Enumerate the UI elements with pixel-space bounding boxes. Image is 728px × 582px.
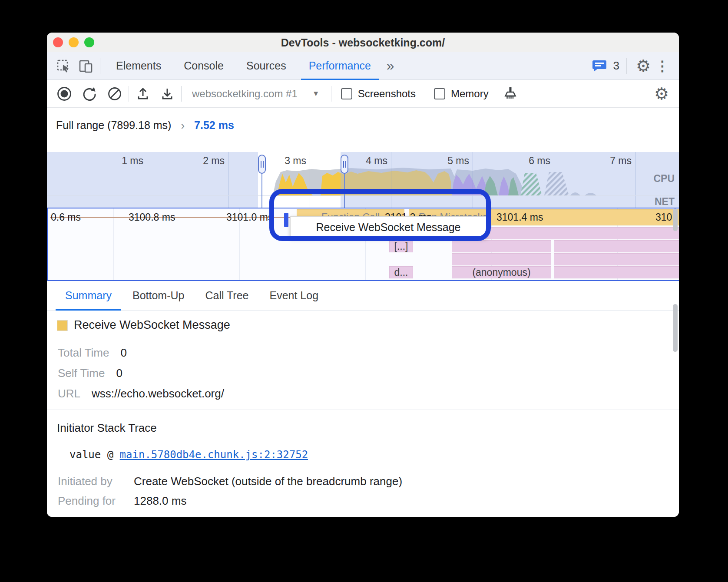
garbage-collect-broom-icon[interactable] (501, 84, 520, 103)
flame-block-truncated[interactable]: d... (389, 266, 413, 278)
summary-row-total-time: Total Time0 (58, 346, 127, 360)
overview-dim-left (47, 152, 258, 208)
titlebar: DevTools - websocketking.com/ (47, 33, 679, 53)
flame-block[interactable] (452, 240, 551, 252)
reload-record-icon[interactable] (80, 84, 99, 103)
memory-label[interactable]: Memory (451, 88, 489, 100)
performance-toolbar: websocketking.com #1 ▼ Screenshots Memor… (47, 80, 679, 108)
flame-block[interactable] (554, 253, 679, 265)
flame-block-truncated[interactable]: [...] (389, 240, 413, 252)
download-profile-icon[interactable] (158, 84, 177, 103)
initiator-stack-trace-heading: Initiator Stack Trace (57, 421, 157, 435)
upload-profile-icon[interactable] (133, 84, 152, 103)
net-track-label: NET (655, 196, 675, 208)
window-title: DevTools - websocketking.com/ (47, 36, 679, 49)
devtools-tabbar: Elements Console Sources Performance » 3… (47, 52, 679, 80)
time-marker: 310 (655, 212, 672, 223)
tab-call-tree[interactable]: Call Tree (195, 281, 259, 311)
ruler-tick: 6 ms (503, 155, 550, 167)
cpu-track-label: CPU (653, 173, 675, 185)
screenshots-checkbox[interactable] (341, 88, 352, 99)
devtools-window: DevTools - websocketking.com/ Elements C… (47, 33, 679, 517)
timeline-overview[interactable]: 1 ms 2 ms 3 ms 4 ms 5 ms 6 ms 7 ms CPU N… (47, 152, 679, 208)
ruler-tick: 1 ms (96, 155, 143, 167)
tab-summary[interactable]: Summary (55, 281, 122, 311)
settings-gear-icon[interactable]: ⚙ (634, 56, 653, 76)
tab-console[interactable]: Console (172, 52, 235, 80)
divider (331, 86, 331, 102)
summary-row-self-time: Self Time0 (58, 367, 122, 380)
flame-block[interactable] (452, 253, 551, 265)
ruler-tick: 5 ms (421, 155, 469, 167)
flame-block[interactable] (554, 266, 679, 278)
summary-event-title: Receive WebSocket Message (74, 318, 230, 332)
chevron-right-icon: › (181, 119, 185, 132)
divider (129, 86, 129, 102)
range-handle-right[interactable] (341, 155, 348, 174)
capture-settings-gear-icon[interactable]: ⚙ (652, 84, 671, 103)
selected-event-marker[interactable] (284, 213, 288, 227)
summary-row-url: URLwss://echo.websocket.org/ (58, 387, 224, 400)
time-marker: 0.6 ms (51, 212, 81, 223)
flame-block[interactable] (478, 227, 679, 239)
more-tabs-icon[interactable]: » (382, 58, 399, 74)
tab-performance[interactable]: Performance (298, 52, 382, 80)
time-marker: 3100.8 ms (129, 212, 175, 223)
divider (100, 58, 100, 74)
event-color-swatch (57, 320, 68, 331)
stack-frame-row: value @ main.5780db4e.chunk.js:2:32752 (69, 449, 308, 461)
summary-panel: Receive WebSocket Message Total Time0 Se… (47, 311, 679, 517)
range-handle-left[interactable] (258, 155, 266, 174)
tab-bottom-up[interactable]: Bottom-Up (122, 281, 195, 311)
inspect-element-icon[interactable] (54, 56, 73, 76)
time-marker: 3101.4 ms (496, 212, 543, 223)
ruler-tick: 7 ms (584, 155, 632, 167)
tab-sources[interactable]: Sources (235, 52, 298, 80)
flame-scrollbar-thumb[interactable] (673, 208, 678, 231)
stack-frame-function: value (69, 449, 101, 461)
stack-frame-location-link[interactable]: main.5780db4e.chunk.js:2:32752 (120, 449, 308, 461)
ruler-tick: 2 ms (177, 155, 225, 167)
details-scrollbar-thumb[interactable] (673, 304, 678, 352)
divider (626, 58, 627, 74)
tab-event-log[interactable]: Event Log (259, 281, 329, 311)
clear-icon[interactable] (105, 84, 124, 103)
issues-count[interactable]: 3 (613, 59, 619, 73)
pending-for-row: Pending for1288.0 ms (58, 494, 186, 508)
event-tooltip: Receive WebSocket Message (290, 216, 486, 238)
tab-elements[interactable]: Elements (105, 52, 172, 80)
time-marker: 3101.0 ms (226, 212, 273, 223)
breadcrumb-full-range[interactable]: Full range (7899.18 ms) (56, 119, 171, 132)
breadcrumb-selected-range[interactable]: 7.52 ms (194, 119, 234, 132)
history-dropdown[interactable]: websocketking.com #1 (192, 88, 298, 100)
initiated-by-row: Initiated byCreate WebSocket (outside of… (58, 475, 402, 488)
memory-checkbox[interactable] (434, 88, 445, 99)
record-icon[interactable] (55, 84, 74, 103)
details-tabbar: Summary Bottom-Up Call Tree Event Log (47, 281, 679, 311)
timeline-breadcrumb: Full range (7899.18 ms) › 7.52 ms (47, 108, 679, 152)
flame-block-anonymous[interactable]: (anonymous) (452, 266, 551, 278)
chevron-down-icon[interactable]: ▼ (312, 89, 320, 98)
divider (47, 410, 679, 410)
issues-message-icon[interactable] (590, 56, 609, 76)
main-menu-kebab-icon[interactable]: ⋮ (653, 58, 672, 74)
device-toolbar-icon[interactable] (76, 56, 96, 76)
screenshots-label[interactable]: Screenshots (358, 88, 416, 100)
divider (181, 86, 182, 102)
flame-block[interactable] (554, 240, 679, 252)
